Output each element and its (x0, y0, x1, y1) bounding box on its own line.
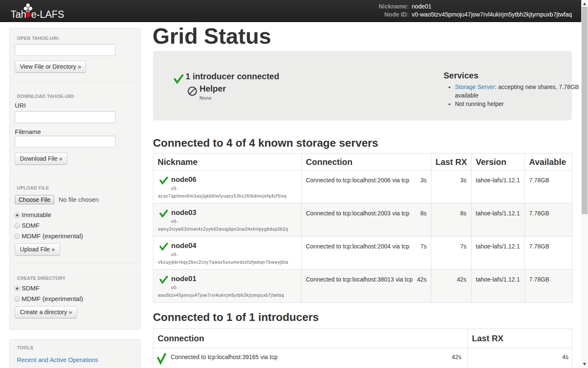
svg-text:Tah: Tah (11, 9, 26, 20)
svg-text:e-LAFS: e-LAFS (31, 9, 64, 20)
